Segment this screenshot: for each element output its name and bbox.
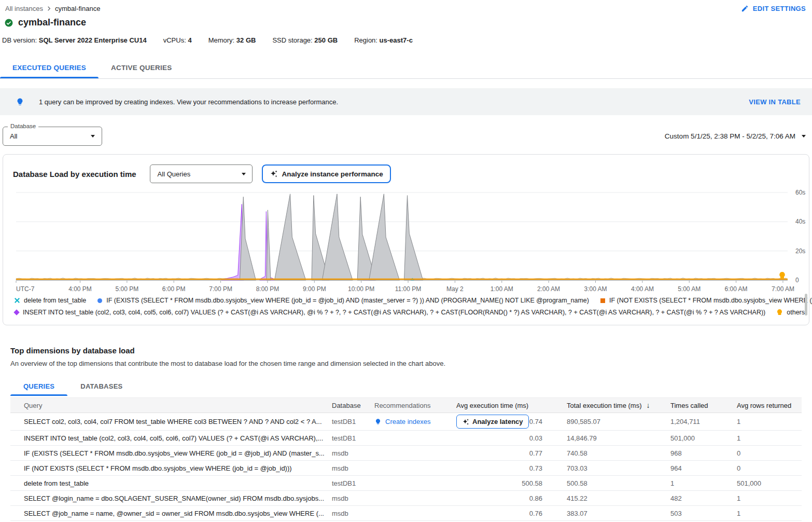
x-tick-label: 5:00 AM [678, 285, 701, 293]
edit-settings-label: EDIT SETTINGS [753, 5, 806, 12]
analyze-latency-button[interactable]: Analyze latency [456, 415, 529, 429]
bulb-marker-icon [777, 309, 782, 315]
pencil-icon [741, 5, 749, 12]
info-ssd-storage: SSD storage: 250 GB [272, 36, 338, 44]
info-vcpus: vCPUs: 4 [163, 36, 192, 44]
table-header: Query Database Recommendations Avg execu… [10, 397, 802, 413]
x-tick-label: 8:00 PM [256, 285, 279, 293]
x-tick-label: 4:00 AM [631, 285, 654, 293]
info-memory: Memory: 32 GB [208, 36, 256, 44]
circle-marker-icon [97, 298, 102, 303]
tab-executed-queries[interactable]: EXECUTED QUERIES [0, 57, 99, 78]
x-tick-label: 10:00 PM [348, 285, 374, 293]
legend-item-delete[interactable]: delete from test_table [15, 297, 86, 304]
legend-item-if-exists[interactable]: IF (EXISTS (SELECT * FROM msdb.dbo.sysjo… [97, 297, 589, 304]
recommendation-marker-bulb-icon[interactable] [779, 272, 786, 281]
x-tick-label: 4:00 PM [68, 285, 92, 293]
view-in-table-link[interactable]: VIEW IN TABLE [749, 98, 801, 106]
chevron-down-icon [242, 173, 246, 175]
legend-scrollbar[interactable] [805, 294, 807, 315]
database-select-value: All [10, 132, 17, 140]
table-row[interactable]: IF (NOT EXISTS (SELECT * FROM msdb.dbo.s… [10, 461, 802, 476]
x-tick-label: UTC-7 [16, 285, 34, 293]
gemini-spark-icon [462, 418, 469, 425]
table-row[interactable]: SELECT @login_name = dbo.SQLAGENT_SUSER_… [10, 491, 802, 506]
col-avg-rows-returned[interactable]: Avg rows returned [737, 402, 802, 409]
table-row[interactable]: SELECT col2, col3, col4, col7 FROM test_… [10, 413, 802, 431]
y-tick-label: 40s [795, 218, 805, 225]
col-query[interactable]: Query [10, 402, 332, 409]
info-db-version: DB version: SQL Server 2022 Enterprise C… [2, 36, 147, 44]
x-tick-label: 9:00 PM [303, 285, 326, 293]
banner-text: 1 query can be improved by creating inde… [39, 98, 338, 106]
instance-info-row: DB version: SQL Server 2022 Enterprise C… [0, 28, 812, 44]
top-dimensions-title: Top dimensions by database load [10, 346, 812, 355]
x-marker-icon [15, 298, 20, 303]
y-tick-label: 0 [795, 277, 799, 284]
col-total-execution-time[interactable]: Total execution time (ms) ↓ [543, 401, 670, 409]
avg-ms-value: 0.74 [529, 418, 542, 425]
lightbulb-icon [374, 418, 382, 425]
col-database[interactable]: Database [332, 402, 374, 409]
x-tick-label: 6:00 AM [725, 285, 748, 293]
breadcrumb-current: cymbal-finance [55, 5, 100, 12]
filter-row: Database All Custom 5/1/25, 2:38 PM - 5/… [0, 127, 812, 146]
info-region: Region: us-east7-c [354, 36, 413, 44]
chevron-right-icon [45, 5, 53, 12]
chart-header: Database Load by execution time All Quer… [3, 155, 809, 192]
legend-item-insert[interactable]: INSERT INTO test_table (col2, col3, col4… [15, 309, 765, 316]
x-tick-label: 2:00 AM [537, 285, 560, 293]
chart-region: 60s40s20s0 [16, 192, 788, 284]
x-tick-label: 7:00 AM [772, 285, 794, 293]
recommendation-banner: 1 query can be improved by creating inde… [0, 88, 812, 115]
tab-active-queries[interactable]: ACTIVE QUERIES [99, 57, 185, 78]
breadcrumb: All instances cymbal-finance [5, 5, 100, 12]
table-row[interactable]: delete from test_table testDB1 500.58 50… [10, 476, 802, 491]
x-tick-label: 3:00 AM [584, 285, 607, 293]
database-select-label: Database [8, 123, 38, 129]
table-row[interactable]: SELECT @job_name = name, @owner_sid = ow… [10, 506, 802, 521]
top-dimensions-subtitle: An overview of the top dimensions that c… [10, 360, 812, 367]
time-range-selector[interactable]: Custom 5/1/25, 2:38 PM - 5/2/25, 7:06 AM [665, 132, 806, 140]
x-tick-label: May 2 [446, 285, 464, 293]
chevron-down-icon [91, 135, 95, 138]
breadcrumb-all-instances[interactable]: All instances [5, 5, 43, 12]
col-times-called[interactable]: Times called [670, 402, 737, 409]
chevron-down-icon [802, 135, 806, 138]
x-tick-label: 1:00 AM [491, 285, 513, 293]
gemini-spark-icon [270, 170, 278, 178]
col-recommendations[interactable]: Recommendations [374, 402, 456, 409]
database-load-card: Database Load by execution time All Quer… [3, 154, 809, 325]
y-tick-label: 60s [795, 189, 805, 196]
table-row[interactable]: IF (EXISTS (SELECT * FROM msdb.dbo.sysjo… [10, 446, 802, 461]
diamond-marker-icon [13, 309, 19, 315]
table-row[interactable]: INSERT INTO test_table (col2, col3, col4… [10, 431, 802, 446]
database-load-chart[interactable] [16, 192, 788, 284]
edit-settings-button[interactable]: EDIT SETTINGS [741, 5, 806, 12]
queries-table: Query Database Recommendations Avg execu… [10, 397, 802, 521]
sort-descending-icon[interactable]: ↓ [647, 401, 650, 409]
time-range-value: Custom 5/1/25, 2:38 PM - 5/2/25, 7:06 AM [665, 132, 795, 140]
x-tick-label: 5:00 PM [116, 285, 139, 293]
tab-databases[interactable]: DATABASES [67, 378, 135, 396]
chart-legend: delete from test_table IF (EXISTS (SELEC… [15, 297, 809, 316]
analyze-instance-performance-button[interactable]: Analyze instance performance [262, 164, 391, 183]
x-tick-label: 6:00 PM [162, 285, 186, 293]
create-indexes-link[interactable]: Create indexes [385, 418, 430, 425]
legend-item-if-not-exists[interactable]: IF (NOT EXISTS (SELECT * FROM msdb.dbo.s… [600, 297, 812, 304]
query-filter-select[interactable]: All Queries [150, 164, 253, 183]
legend-row-2: INSERT INTO test_table (col2, col3, col4… [15, 309, 809, 316]
main-tabs: EXECUTED QUERIES ACTIVE QUERIES [0, 57, 812, 79]
page-title: cymbal-finance [18, 17, 86, 28]
database-select[interactable]: Database All [3, 127, 102, 146]
legend-item-others[interactable]: others [777, 309, 805, 316]
tab-queries[interactable]: QUERIES [10, 378, 67, 396]
y-axis-labels: 60s40s20s0 [792, 192, 812, 284]
col-avg-execution-time[interactable]: Avg execution time (ms) [456, 402, 543, 409]
analyze-instance-performance-label: Analyze instance performance [282, 170, 383, 178]
top-dimensions-section: Top dimensions by database load An overv… [10, 346, 812, 521]
status-healthy-icon [4, 18, 13, 28]
top-bar: All instances cymbal-finance EDIT SETTIN… [0, 0, 812, 12]
analyze-latency-label: Analyze latency [472, 418, 523, 425]
dimension-tabs: QUERIES DATABASES [10, 378, 812, 396]
